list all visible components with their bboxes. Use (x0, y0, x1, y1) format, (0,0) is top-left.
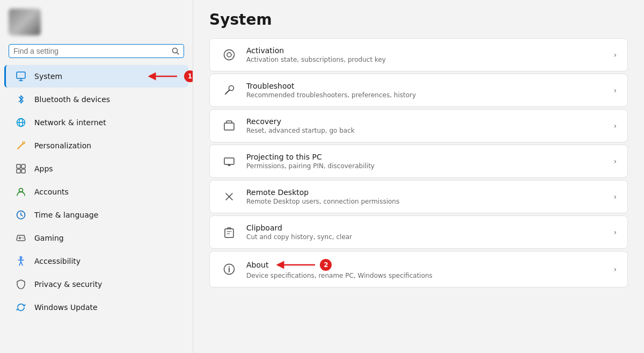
sidebar-item-label-network: Network & internet (34, 118, 106, 127)
network-icon (15, 117, 27, 128)
sidebar-item-personalization[interactable]: Personalization (4, 134, 188, 157)
time-icon (15, 209, 27, 221)
remote-desktop-text: Remote Desktop Remote Desktop users, con… (246, 188, 605, 205)
nav-item-wrapper-system: System 1 (0, 65, 193, 88)
svg-rect-33 (224, 123, 234, 130)
privacy-icon (15, 278, 27, 290)
sidebar-item-update[interactable]: Windows Update (4, 296, 188, 319)
sidebar-top (0, 0, 193, 40)
sidebar-item-label-update: Windows Update (34, 303, 98, 312)
sidebar: System 1 (0, 0, 193, 353)
remote-desktop-icon (221, 188, 238, 205)
clipboard-text: Clipboard Cut and copy history, sync, cl… (246, 224, 605, 241)
remote-desktop-desc: Remote Desktop users, connection permiss… (246, 198, 605, 205)
clipboard-desc: Cut and copy history, sync, clear (246, 233, 605, 241)
about-text: About 2 (246, 259, 605, 279)
svg-line-1 (177, 53, 179, 55)
sidebar-item-label-time: Time & language (34, 211, 98, 219)
about-icon (221, 261, 238, 278)
accounts-icon (15, 186, 27, 198)
remote-desktop-chevron: › (613, 192, 617, 201)
sidebar-item-time[interactable]: Time & language (4, 204, 188, 226)
sidebar-item-bluetooth[interactable]: Bluetooth & devices (4, 88, 188, 111)
sidebar-item-privacy[interactable]: Privacy & security (4, 273, 188, 296)
sidebar-item-gaming[interactable]: Gaming (4, 227, 188, 249)
activation-text: Activation Activation state, subscriptio… (246, 46, 605, 63)
main-content: System Activation Activation state, subs… (193, 0, 644, 353)
recovery-title: Recovery (246, 117, 605, 126)
sidebar-item-label-system: System (34, 72, 62, 81)
accessibility-icon (15, 255, 27, 267)
settings-item-clipboard[interactable]: Clipboard Cut and copy history, sync, cl… (209, 215, 628, 249)
troubleshoot-chevron: › (613, 86, 617, 95)
svg-point-30 (227, 53, 231, 57)
sidebar-item-accessibility[interactable]: Accessibility (4, 250, 188, 272)
system-icon (15, 70, 27, 82)
bluetooth-icon (15, 93, 27, 105)
settings-item-about[interactable]: About 2 (209, 251, 628, 287)
troubleshoot-title: Troubleshoot (246, 82, 605, 90)
sidebar-item-network[interactable]: Network & internet (4, 111, 188, 134)
svg-line-19 (21, 215, 23, 216)
settings-item-activation[interactable]: Activation Activation state, subscriptio… (209, 38, 628, 71)
svg-point-29 (224, 50, 235, 60)
page-title: System (209, 11, 628, 28)
sidebar-item-system[interactable]: System 1 (4, 65, 188, 88)
svg-rect-13 (21, 164, 25, 168)
svg-rect-2 (17, 72, 25, 78)
recovery-icon (221, 117, 238, 134)
troubleshoot-text: Troubleshoot Recommended troubleshooters… (246, 82, 605, 99)
about-title: About 2 (246, 259, 433, 271)
projecting-title: Projecting to this PC (246, 153, 605, 161)
sidebar-item-accounts[interactable]: Accounts (4, 181, 188, 203)
sidebar-item-label-personalization: Personalization (34, 141, 91, 150)
troubleshoot-icon (221, 82, 238, 99)
recovery-desc: Reset, advanced startup, go back (246, 127, 605, 134)
svg-point-11 (23, 142, 25, 144)
projecting-icon (221, 153, 238, 170)
annotation-arrow-2: 2 (275, 259, 332, 271)
activation-desc: Activation state, subscriptions, product… (246, 56, 605, 63)
clipboard-title: Clipboard (246, 224, 605, 232)
search-input[interactable] (13, 47, 169, 55)
settings-item-remote-desktop[interactable]: Remote Desktop Remote Desktop users, con… (209, 180, 628, 213)
sidebar-item-label-gaming: Gaming (34, 234, 64, 242)
recovery-chevron: › (613, 121, 617, 130)
projecting-chevron: › (613, 157, 617, 165)
svg-line-32 (225, 90, 230, 95)
gaming-icon (15, 232, 27, 244)
about-chevron: › (613, 265, 617, 273)
projecting-text: Projecting to this PC Permissions, pairi… (246, 153, 605, 170)
sidebar-nav: System 1 (0, 64, 193, 319)
activation-title: Activation (246, 46, 605, 55)
settings-item-troubleshoot[interactable]: Troubleshoot Recommended troubleshooters… (209, 74, 628, 107)
badge-2: 2 (320, 259, 332, 271)
svg-line-10 (18, 143, 23, 149)
sidebar-item-apps[interactable]: Apps (4, 157, 188, 180)
svg-line-28 (21, 262, 23, 265)
sidebar-item-label-bluetooth: Bluetooth & devices (34, 95, 110, 104)
svg-rect-34 (224, 158, 234, 164)
activation-chevron: › (613, 51, 617, 59)
personalization-icon (15, 140, 27, 152)
svg-rect-39 (225, 229, 233, 237)
settings-item-recovery[interactable]: Recovery Reset, advanced startup, go bac… (209, 109, 628, 142)
search-button[interactable] (172, 47, 179, 55)
search-container[interactable] (9, 44, 184, 58)
settings-item-projecting[interactable]: Projecting to this PC Permissions, pairi… (209, 145, 628, 178)
update-icon (15, 301, 27, 313)
avatar (9, 9, 41, 35)
sidebar-item-label-privacy: Privacy & security (34, 280, 102, 289)
about-desc: Device specifications, rename PC, Window… (246, 272, 433, 279)
activation-icon (221, 46, 238, 63)
sidebar-item-label-apps: Apps (34, 164, 53, 173)
svg-rect-12 (17, 164, 20, 168)
svg-point-22 (22, 237, 23, 238)
badge-1: 1 (184, 70, 193, 82)
settings-list: Activation Activation state, subscriptio… (209, 38, 628, 287)
svg-rect-14 (17, 169, 20, 173)
projecting-desc: Permissions, pairing PIN, discoverabilit… (246, 162, 605, 170)
apps-icon (15, 163, 27, 175)
clipboard-icon (221, 224, 238, 241)
recovery-text: Recovery Reset, advanced startup, go bac… (246, 117, 605, 134)
